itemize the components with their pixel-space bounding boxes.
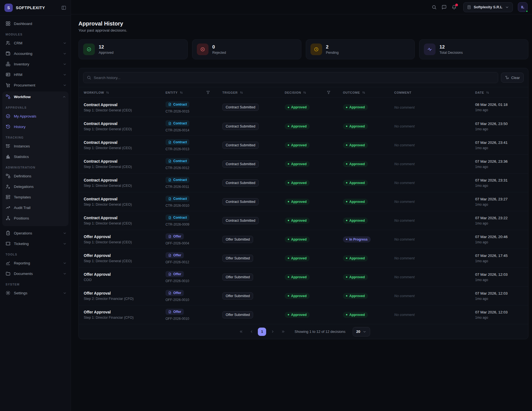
table-row[interactable]: Contract Approval Step 1: Director Gener…	[79, 154, 528, 173]
last-page-button[interactable]	[279, 328, 287, 336]
notifications-button[interactable]	[452, 5, 457, 10]
sidebar-item-procurement[interactable]: Procurement	[0, 80, 71, 90]
file-icon	[168, 310, 172, 314]
decision-cell: Approved	[285, 217, 343, 224]
outcome-badge: Approved	[343, 142, 368, 148]
sidebar-item-templates[interactable]: Templates	[2, 192, 68, 202]
sidebar-item-definitions[interactable]: Definitions	[2, 171, 68, 181]
workflow-cell: Contract Approval Step 1: Director Gener…	[84, 178, 166, 188]
status-dot	[346, 295, 347, 297]
next-page-button[interactable]	[268, 328, 277, 336]
date-value: 07 Mar 2026, 12:03	[475, 291, 523, 295]
filter-icon[interactable]	[327, 90, 331, 95]
table-row[interactable]: Offer Approval Step 1: Director Financia…	[79, 305, 528, 324]
table-row[interactable]: Contract Approval Step 1: Director Gener…	[79, 98, 528, 117]
trigger-chip: Contract Submitted	[222, 217, 259, 224]
sidebar-item-settings[interactable]: Settings	[0, 288, 71, 298]
table-row[interactable]: Offer Approval Step 1: Director General …	[79, 249, 528, 267]
outcome-badge: Approved	[343, 218, 368, 224]
entity-cell: Offer OFF-2026-0010	[166, 271, 222, 283]
page-number-button[interactable]: 1	[258, 328, 266, 336]
page-size-select[interactable]: 20	[353, 327, 370, 336]
sidebar-item-crm[interactable]: CRM	[0, 38, 71, 48]
date-value: 07 Mar 2026, 12:03	[475, 272, 523, 277]
trigger-chip: Contract Submitted	[222, 198, 259, 205]
entity-cell: Contract CTR-2026-0014	[166, 120, 222, 132]
pagination: 1 Showing 1 to 12 of 12 decisions 20	[79, 324, 528, 339]
panel-left-icon	[61, 5, 66, 10]
search-input[interactable]	[94, 76, 495, 80]
sidebar-item-dashboard[interactable]: Dashboard	[0, 18, 71, 29]
table-row[interactable]: Contract Approval Step 1: Director Gener…	[79, 211, 528, 230]
date-value: 07 Mar 2026, 23:41	[475, 141, 523, 145]
date-relative: 1mo ago	[475, 221, 523, 225]
messages-button[interactable]	[442, 5, 447, 10]
trigger-cell: Offer Submitted	[222, 311, 285, 318]
table-row[interactable]: Contract Approval Step 1: Director Gener…	[79, 192, 528, 211]
sidebar-item-ticketing[interactable]: Ticketing	[0, 238, 71, 249]
sidebar-item-inventory[interactable]: Inventory	[0, 59, 71, 69]
sidebar-item-reporting[interactable]: Reporting	[0, 258, 71, 268]
table-row[interactable]: Contract Approval Step 1: Director Gener…	[79, 136, 528, 154]
activity-icon	[427, 47, 432, 52]
workflow-name: Contract Approval	[84, 216, 166, 220]
sidebar-item-audit-trail[interactable]: Audit Trail	[2, 202, 68, 213]
sort-icon[interactable]	[362, 91, 366, 95]
workflow-step: Step 1: Director General (CEO)	[84, 146, 166, 150]
workflow-step: Step 1: Director General (CEO)	[84, 108, 166, 112]
outcome-cell: Approved	[343, 142, 394, 148]
sidebar-item-accounting[interactable]: Accounting	[0, 48, 71, 59]
idcard-icon	[6, 72, 11, 77]
sidebar-item-documents[interactable]: Documents	[0, 268, 71, 279]
table-row[interactable]: Contract Approval Step 1: Director Gener…	[79, 173, 528, 192]
workflow-name: Contract Approval	[84, 103, 166, 107]
status-dot	[288, 126, 289, 127]
sidebar-item-delegations[interactable]: Delegations	[2, 181, 68, 192]
filter-icon[interactable]	[206, 90, 210, 95]
sort-icon[interactable]	[179, 91, 183, 95]
sidebar-item-workflow[interactable]: Workflow	[2, 91, 68, 102]
stat-card-total: 12 Total Decisions	[419, 39, 528, 59]
sidebar-item-positions[interactable]: Positions	[2, 213, 68, 223]
search-icon	[432, 5, 437, 10]
sidebar-item-instances[interactable]: Instances	[2, 141, 68, 151]
sidebar-item-history[interactable]: History	[2, 121, 68, 132]
search-icon	[87, 75, 91, 80]
sidebar-collapse-button[interactable]	[61, 5, 66, 10]
sidebar-item-operations[interactable]: Operations	[0, 228, 71, 238]
sort-icon[interactable]	[303, 91, 307, 95]
company-selector[interactable]: Softplexity S.R.L	[463, 2, 513, 12]
workflow-step: Step 1: Director General (CEO)	[84, 259, 166, 263]
previous-page-button[interactable]	[247, 328, 256, 336]
table-row[interactable]: Contract Approval Step 1: Director Gener…	[79, 117, 528, 136]
date-value: 07 Mar 2026, 23:50	[475, 122, 523, 126]
stat-card-approved: 12 Approved	[78, 39, 188, 59]
workflow-step: Step 1: Director General (CEO)	[84, 165, 166, 169]
sidebar-item-hrm[interactable]: HRM	[0, 69, 71, 80]
sidebar-section-label: SYSTEM	[0, 279, 71, 288]
date-value: 07 Mar 2026, 23:22	[475, 216, 523, 220]
outcome-badge: Approved	[343, 312, 368, 318]
workflow-name: Contract Approval	[84, 159, 166, 164]
sidebar-item-statistics[interactable]: Statistics	[2, 151, 68, 162]
outcome-badge: Approved	[343, 293, 368, 299]
sort-icon[interactable]	[486, 91, 490, 95]
total-icon-tile	[424, 44, 436, 55]
table-row[interactable]: Offer Approval Step 1: Director General …	[79, 230, 528, 249]
entity-badge: Contract	[166, 177, 189, 183]
sort-icon[interactable]	[106, 91, 110, 95]
avatar[interactable]: IL	[518, 2, 528, 12]
clear-filters-button[interactable]: Clear	[501, 73, 524, 83]
table-row[interactable]: Offer Approval Step 2: Director Financia…	[79, 286, 528, 305]
chart-icon	[6, 154, 11, 159]
search-button[interactable]	[432, 5, 437, 10]
sort-icon[interactable]	[240, 91, 243, 95]
date-cell: 07 Mar 2026, 12:03 1mo ago	[475, 272, 523, 282]
workflow-step: Step 1: Director General (CEO)	[84, 221, 166, 225]
entity-code: CTR-2026-0013	[166, 147, 222, 151]
first-page-button[interactable]	[237, 328, 245, 336]
status-dot	[288, 295, 289, 297]
sidebar-item-my-approvals[interactable]: My Approvals	[2, 111, 68, 121]
table-row[interactable]: Offer Approval COO Offer OFF-2026-0010 O…	[79, 267, 528, 286]
trigger-cell: Contract Submitted	[222, 179, 285, 187]
